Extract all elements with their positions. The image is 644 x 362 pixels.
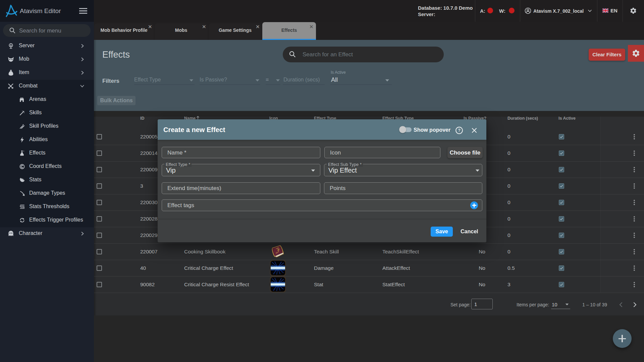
svg-text:?: ?	[458, 128, 461, 133]
